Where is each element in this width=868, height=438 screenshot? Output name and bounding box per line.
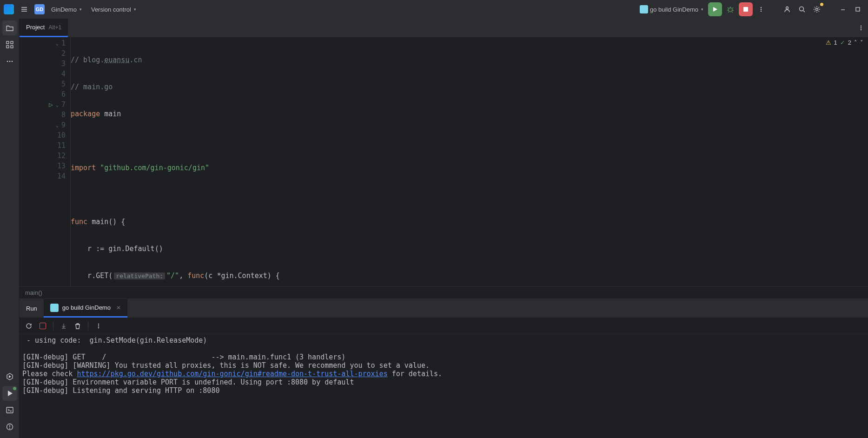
line-number: 12	[57, 152, 66, 160]
tab-shortcut: Alt+1	[48, 24, 61, 31]
svg-point-3	[761, 9, 762, 10]
svg-rect-10	[11, 41, 13, 44]
structure-tool-button[interactable]	[2, 37, 17, 52]
breadcrumb[interactable]: main()	[25, 289, 42, 296]
vcs-dropdown[interactable]: Version control	[88, 4, 139, 15]
breadcrumb-bar: main()	[20, 286, 868, 299]
project-badge: GD	[34, 4, 45, 14]
line-number: 5	[61, 80, 66, 88]
scroll-to-end-button[interactable]	[58, 320, 69, 332]
svg-rect-8	[856, 7, 860, 11]
line-number: 7	[61, 100, 66, 109]
dots-icon	[6, 57, 14, 66]
svg-point-13	[7, 61, 8, 62]
rerun-button[interactable]	[23, 320, 34, 332]
clear-all-button[interactable]	[72, 320, 83, 332]
console-output[interactable]: - using code: gin.SetMode(gin.ReleaseMod…	[20, 334, 868, 438]
line-number: 4	[61, 70, 66, 78]
minimize-window[interactable]	[836, 3, 849, 16]
line-number: 14	[57, 172, 66, 180]
refresh-icon	[25, 322, 33, 330]
svg-point-7	[816, 8, 818, 11]
svg-point-5	[786, 7, 788, 9]
svg-rect-9	[7, 41, 9, 44]
svg-rect-11	[7, 46, 9, 48]
terminal-tool-button[interactable]	[2, 403, 17, 418]
editor-tabbar: Project Alt+1	[20, 19, 868, 37]
services-tool-button[interactable]	[2, 369, 17, 384]
chevron-up-icon[interactable]: ˄	[854, 39, 857, 46]
code-with-me-button[interactable]	[781, 3, 794, 16]
structure-icon	[6, 40, 14, 49]
svg-point-20	[861, 27, 861, 28]
project-dropdown[interactable]: GinDemo	[48, 4, 85, 15]
console-line: - using code: gin.SetMode(gin.ReleaseMod…	[22, 336, 207, 345]
fold-icon[interactable]: ⌄	[56, 102, 59, 107]
project-name: GinDemo	[51, 6, 77, 13]
project-tab[interactable]: Project Alt+1	[20, 19, 68, 37]
run-toolbar	[20, 318, 868, 334]
tab-actions[interactable]	[854, 19, 868, 37]
maximize-window[interactable]	[851, 3, 864, 16]
run-config-dropdown[interactable]: go build GinDemo	[637, 3, 706, 15]
more-tools-button[interactable]	[2, 54, 17, 69]
person-icon	[783, 6, 791, 13]
stop-run-button[interactable]	[37, 320, 48, 332]
chevron-down-icon[interactable]: ˅	[860, 39, 863, 46]
run-line-icon[interactable]: ▷	[49, 100, 53, 109]
stop-button[interactable]	[739, 2, 753, 16]
tab-label: Project	[26, 24, 45, 31]
play-icon	[712, 6, 718, 13]
separator	[53, 321, 53, 331]
stop-icon	[743, 7, 749, 12]
svg-point-24	[98, 327, 99, 328]
hamburger-icon	[20, 6, 28, 13]
svg-point-6	[800, 7, 804, 11]
kebab-icon	[858, 25, 864, 31]
more-run-actions[interactable]	[755, 3, 768, 16]
play-icon	[6, 389, 14, 398]
svg-point-0	[729, 8, 732, 12]
project-tool-button[interactable]	[2, 20, 17, 35]
line-number: 2	[61, 49, 66, 58]
run-config-tab[interactable]: go build GinDemo ✕	[44, 299, 127, 318]
console-line: [GIN-debug] GET / --> main.main.func1 (3…	[22, 353, 345, 361]
run-config-label: go build GinDemo	[650, 6, 698, 13]
gear-icon	[813, 6, 821, 13]
svg-point-15	[11, 61, 13, 62]
line-number: 1	[61, 39, 66, 47]
console-line: [GIN-debug] Environment variable PORT is…	[22, 378, 354, 386]
fold-icon[interactable]: ⌄	[56, 123, 59, 128]
main-menu-button[interactable]	[18, 3, 31, 16]
search-icon	[798, 6, 806, 13]
problems-tool-button[interactable]	[2, 419, 17, 434]
separator	[88, 321, 88, 331]
fold-icon[interactable]: ⌄	[56, 41, 59, 46]
go-icon	[640, 5, 648, 13]
ok-count: 2	[848, 39, 851, 46]
kebab-icon	[95, 323, 102, 329]
search-everywhere-button[interactable]	[795, 3, 808, 16]
go-icon	[50, 304, 59, 312]
run-tab[interactable]: Run	[20, 299, 44, 318]
console-link[interactable]: https://pkg.go.dev/github.com/gin-gonic/…	[77, 370, 387, 378]
titlebar: GD GinDemo Version control go build GinD…	[0, 0, 868, 19]
close-icon[interactable]: ✕	[116, 305, 121, 311]
run-button[interactable]	[708, 2, 722, 16]
run-tool-button[interactable]	[2, 386, 17, 401]
warning-icon: ⚠	[826, 39, 831, 46]
run-more-actions[interactable]	[93, 320, 104, 332]
inspections-widget[interactable]: ⚠ 1 ✓ 2 ˄ ˅	[826, 39, 863, 46]
console-line: [GIN-debug] Listening and serving HTTP o…	[22, 386, 219, 395]
line-number: 3	[61, 60, 66, 68]
line-number: 13	[57, 162, 66, 170]
code-area[interactable]: // blog.euansu.cn // main.go package mai…	[71, 37, 868, 286]
kebab-icon	[758, 6, 764, 13]
maximize-icon	[855, 6, 861, 13]
settings-button[interactable]	[810, 3, 823, 16]
svg-rect-1	[743, 7, 748, 12]
bug-icon	[727, 6, 734, 13]
debug-button[interactable]	[724, 3, 737, 16]
editor[interactable]: ⚠ 1 ✓ 2 ˄ ˅ ⌄1 2 3 4 5 6 ▷⌄7 8 ⌄9 10 11 …	[20, 37, 868, 286]
run-tabs: Run go build GinDemo ✕	[20, 299, 868, 318]
